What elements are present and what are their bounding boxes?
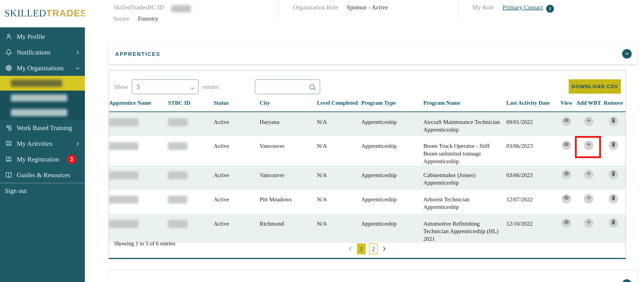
view-button[interactable]: [562, 218, 571, 228]
column-header: City: [260, 95, 317, 112]
view-cell: [557, 165, 576, 189]
remove-button[interactable]: [609, 194, 618, 203]
city-cell: Pitt Meadows: [260, 189, 317, 214]
view-button[interactable]: [562, 117, 571, 126]
chevron-right-icon: [75, 49, 80, 55]
table-row: ActiveVancouverN/AApprenticeshipBoom Tru…: [109, 136, 626, 165]
chevron-down-icon: [624, 51, 630, 57]
apprentices-panel-header: APPRENTICES: [109, 44, 637, 64]
apprentice-name-cell: [109, 189, 168, 214]
sector-value: Forestry: [138, 15, 158, 22]
add-wbt-cell: [576, 136, 601, 165]
redacted-stbc-id: [168, 220, 188, 228]
stbc-id-label: SkilledTradesBC ID: [114, 4, 164, 11]
search-input[interactable]: [255, 80, 320, 94]
add-wbt-button[interactable]: [584, 117, 594, 126]
sector-label: Sector: [114, 15, 129, 22]
redacted-stbc-id-value: [171, 5, 191, 12]
primary-contact-link[interactable]: Primary Contact: [502, 4, 543, 11]
eye-icon: [563, 141, 570, 150]
column-header: Program Name: [423, 95, 506, 112]
add-wbt-button[interactable]: [584, 140, 594, 150]
sidebar-item-my-activities[interactable]: My Activities: [0, 136, 85, 151]
sidebar-item-label: My Activities: [17, 140, 52, 147]
status-cell: Active: [214, 136, 260, 165]
sidebar-item-guides-resources[interactable]: Guides & Resources: [0, 167, 85, 183]
column-header: View: [557, 95, 576, 112]
column-header: Add WBT: [576, 95, 601, 112]
org-role-label: Organization Role: [293, 4, 338, 11]
redacted-stbc-id: [168, 196, 188, 203]
sidebar-item-work-based-training[interactable]: Work Based Training: [0, 120, 85, 136]
remove-cell: [601, 112, 626, 136]
page-size-select[interactable]: 5: [132, 80, 198, 94]
program-name-cell: Arborist Technician Apprenticeship: [423, 189, 506, 214]
plus-icon: [585, 117, 592, 126]
next-page-icon[interactable]: [381, 246, 388, 252]
program-name-cell: Cabinetmaker (Joiner) Apprenticeship: [423, 165, 506, 189]
view-cell: [557, 189, 576, 214]
organization-item[interactable]: [0, 105, 85, 120]
level-completed-cell: N/A: [317, 165, 361, 189]
plus-icon: [585, 218, 592, 228]
sidebar-item-label: Notifications: [17, 49, 50, 56]
organization-item[interactable]: [0, 91, 85, 105]
column-header: Remove: [601, 95, 626, 112]
organization-item-active[interactable]: [0, 76, 85, 91]
previous-page-icon[interactable]: [347, 246, 354, 252]
sidebar-item-my-organizations[interactable]: My Organizations: [0, 60, 85, 76]
sidebar-item-notifications[interactable]: Notifications: [0, 45, 85, 60]
page-button-2[interactable]: 2: [369, 243, 378, 254]
apprentices-table: Apprentice NameSTBC IDStatusCityLevel Co…: [109, 95, 626, 243]
bell-icon: [5, 48, 13, 56]
apprentice-name-cell: [109, 165, 168, 189]
remove-button[interactable]: [609, 140, 618, 150]
program-name-cell: Automotive Refinishing Technician Appren…: [423, 214, 506, 243]
add-wbt-button[interactable]: [584, 194, 594, 203]
logo-block: SKILLEDTRADESBC: [0, 0, 85, 27]
info-icon[interactable]: i: [546, 5, 554, 13]
sidebar-item-label: My Profile: [17, 33, 45, 40]
program-name-cell: Boom Truck Operator - Stiff Boom unlimit…: [423, 136, 506, 165]
logo-skilled: SKILLED: [4, 8, 46, 19]
stbc-id-cell: [168, 165, 214, 189]
collapse-panel-button[interactable]: [622, 279, 632, 282]
add-wbt-button[interactable]: [584, 218, 594, 228]
view-button[interactable]: [562, 170, 571, 179]
sidebar-item-my-registration[interactable]: My Registration 3: [0, 151, 85, 167]
add-wbt-button[interactable]: [584, 170, 594, 179]
table-row: ActivePitt MeadowsN/AApprenticeshipArbor…: [109, 189, 626, 214]
eye-icon: [563, 194, 570, 203]
entries-label: entries: [202, 83, 219, 90]
organization-submenu: [0, 76, 85, 120]
collapse-panel-button[interactable]: [622, 49, 632, 59]
remove-button[interactable]: [609, 117, 618, 126]
column-header: Program Type: [361, 95, 423, 112]
redacted-apprentice-name: [109, 118, 138, 126]
chevron-down-icon: [624, 281, 630, 282]
remove-button[interactable]: [609, 218, 618, 228]
page-button-1[interactable]: 1: [357, 243, 366, 254]
view-button[interactable]: [562, 194, 571, 203]
guides-icon: [5, 171, 13, 179]
remove-cell: [601, 136, 626, 165]
work-based-training-icon: [5, 124, 13, 132]
column-header: Apprentice Name: [109, 95, 168, 112]
sidebar-item-label: Work Based Training: [17, 124, 72, 132]
program-name-cell: Aircraft Maintenance Technician Apprenti…: [423, 112, 506, 136]
remove-cell: [601, 189, 626, 214]
program-type-cell: Apprenticeship: [361, 189, 423, 214]
view-button[interactable]: [562, 140, 571, 150]
sidebar-item-my-profile[interactable]: My Profile: [0, 29, 85, 45]
download-csv-button[interactable]: DOWNLOAD CSV: [569, 79, 621, 94]
sidebar: SKILLEDTRADESBC My Profile Notifications: [0, 0, 85, 282]
plus-icon: [585, 170, 592, 179]
organizations-icon: [5, 64, 13, 72]
remove-button[interactable]: [609, 170, 618, 179]
person-icon: [5, 33, 13, 41]
trash-icon: [610, 219, 617, 227]
sign-out-button[interactable]: Sign out: [0, 183, 85, 198]
plus-icon: [585, 194, 592, 203]
city-cell: Vancouver: [260, 165, 317, 189]
level-completed-cell: N/A: [317, 214, 361, 243]
